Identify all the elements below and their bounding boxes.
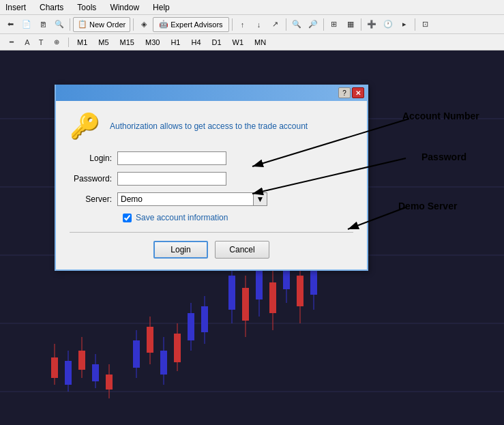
annotation-demo-server: Demo Server <box>398 201 457 211</box>
svg-rect-13 <box>92 364 99 381</box>
dialog-body: 🔑 Authorization allows to get access to … <box>56 101 367 269</box>
timebar-text-btn[interactable]: A <box>22 35 33 50</box>
timebar-m30[interactable]: M30 <box>141 37 164 48</box>
cancel-button[interactable]: Cancel <box>215 241 269 259</box>
expert-advisors-button[interactable]: 🤖 Expert Advisors <box>153 17 228 32</box>
toolbar-btn-4[interactable]: 🔍 <box>52 17 67 32</box>
toolbar-sep-4 <box>286 18 286 31</box>
toolbar-zoom-out[interactable]: 🔎 <box>306 17 321 32</box>
dialog-header: 🔑 Authorization allows to get access to … <box>70 112 353 141</box>
svg-rect-11 <box>78 351 85 370</box>
toolbar-zoom-in[interactable]: 🔍 <box>289 17 304 32</box>
svg-rect-7 <box>51 357 58 378</box>
toolbar-sep-7 <box>415 18 415 31</box>
svg-rect-27 <box>201 306 208 332</box>
toolbar-plus-btn[interactable]: ➕ <box>364 17 379 32</box>
password-row: Password: <box>70 172 353 186</box>
toolbar-arrow-btn[interactable]: ↗ <box>268 17 283 32</box>
toolbar-misc-btn[interactable]: ⊡ <box>418 17 433 32</box>
toolbar-btn-1[interactable]: ⬅ <box>3 17 18 32</box>
toolbar-sep-6 <box>361 18 361 31</box>
dialog-header-text: Authorization allows to get access to th… <box>110 121 308 131</box>
checkbox-label: Save account information <box>136 213 228 222</box>
toolbar-grid-btn[interactable]: ⊞ <box>327 17 342 32</box>
login-button[interactable]: Login <box>153 241 208 259</box>
svg-rect-39 <box>297 276 303 306</box>
dialog-footer: Login Cancel <box>70 241 353 261</box>
new-order-label: New Order <box>89 20 125 29</box>
new-order-button[interactable]: 📋 New Order <box>73 17 130 32</box>
menu-help[interactable]: Help <box>150 1 173 14</box>
expert-label: Expert Advisors <box>171 20 222 29</box>
chevron-down-icon: ▼ <box>256 194 265 204</box>
dialog-titlebar: ? ✕ <box>56 85 367 101</box>
toolbar-sep-1 <box>70 18 70 31</box>
password-input[interactable] <box>117 172 226 186</box>
toolbar-bar-btn[interactable]: ▦ <box>343 17 358 32</box>
timebar-m1[interactable]: M1 <box>73 37 91 48</box>
menu-charts[interactable]: Charts <box>37 1 66 14</box>
svg-rect-21 <box>160 351 167 375</box>
timebar-sep-1 <box>68 38 69 47</box>
svg-rect-31 <box>242 288 249 321</box>
toolbar: ⬅ 📄 🖹 🔍 📋 New Order ◈ 🤖 Expert Advisors … <box>0 15 504 34</box>
server-label: Server: <box>70 194 117 204</box>
toolbar-down-btn[interactable]: ↓ <box>252 17 267 32</box>
toolbar-chevron-btn[interactable]: ▸ <box>397 17 412 32</box>
svg-rect-23 <box>174 334 181 362</box>
checkbox-row: Save account information <box>123 213 353 222</box>
annotation-password: Password <box>421 151 466 162</box>
toolbar-up-btn[interactable]: ↑ <box>235 17 250 32</box>
svg-rect-25 <box>188 313 194 340</box>
annotation-account-number: Account Number <box>402 111 479 121</box>
timebar-m5[interactable]: M5 <box>94 37 113 48</box>
toolbar-btn-2[interactable]: 📄 <box>19 17 34 32</box>
svg-rect-17 <box>133 340 140 368</box>
svg-rect-19 <box>147 327 153 353</box>
timebar-h1[interactable]: H1 <box>166 37 184 48</box>
menu-window[interactable]: Window <box>107 1 142 14</box>
password-label: Password: <box>70 174 117 184</box>
main-chart-area: ? ✕ 🔑 Authorization allows to get access… <box>0 50 504 425</box>
timebar-d1[interactable]: D1 <box>208 37 226 48</box>
timebar-cursor-btn[interactable]: ⊕ <box>49 35 64 50</box>
timebar-w1[interactable]: W1 <box>228 37 248 48</box>
new-order-icon: 📋 <box>78 20 87 29</box>
toolbar-sep-3 <box>232 18 233 31</box>
timebar: ━ A T ⊕ M1 M5 M15 M30 H1 H4 D1 W1 MN <box>0 34 504 50</box>
svg-rect-33 <box>256 269 263 299</box>
dialog-close-button[interactable]: ✕ <box>352 87 364 98</box>
login-row: Login: <box>70 151 353 165</box>
toolbar-chart-btn[interactable]: ◈ <box>136 17 151 32</box>
toolbar-clock-btn[interactable]: 🕐 <box>381 17 396 32</box>
timebar-line-btn[interactable]: ━ <box>4 35 19 50</box>
dialog-help-button[interactable]: ? <box>338 87 351 98</box>
timebar-t-btn[interactable]: T <box>35 35 46 50</box>
save-info-checkbox[interactable] <box>123 214 132 222</box>
server-select-wrap: ▼ <box>117 192 267 206</box>
server-dropdown-button[interactable]: ▼ <box>254 192 267 206</box>
menubar: Insert Charts Tools Window Help <box>0 0 504 15</box>
svg-rect-9 <box>65 361 72 385</box>
expert-icon: 🤖 <box>159 20 168 29</box>
dialog-separator <box>70 232 353 233</box>
menu-tools[interactable]: Tools <box>74 1 99 14</box>
login-dialog: ? ✕ 🔑 Authorization allows to get access… <box>55 85 368 271</box>
server-input[interactable] <box>117 192 254 206</box>
timebar-mn[interactable]: MN <box>250 37 270 48</box>
login-label: Login: <box>70 153 117 163</box>
login-input[interactable] <box>117 151 226 165</box>
timebar-m15[interactable]: M15 <box>116 37 138 48</box>
key-icon: 🔑 <box>70 112 100 141</box>
timebar-h4[interactable]: H4 <box>187 37 205 48</box>
toolbar-sep-5 <box>323 18 324 31</box>
server-row: Server: ▼ <box>70 192 353 206</box>
svg-rect-29 <box>228 276 235 310</box>
toolbar-btn-3[interactable]: 🖹 <box>35 17 50 32</box>
menu-insert[interactable]: Insert <box>3 1 29 14</box>
toolbar-sep-2 <box>133 18 134 31</box>
svg-rect-35 <box>269 282 276 313</box>
svg-rect-15 <box>106 375 113 390</box>
